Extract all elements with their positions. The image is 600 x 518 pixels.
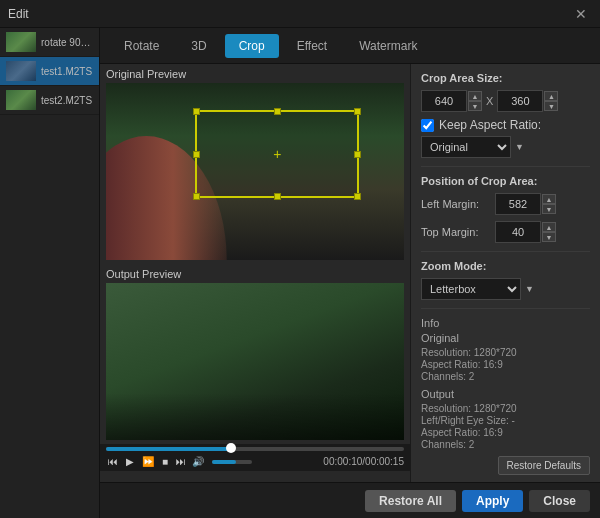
original-resolution: Resolution: 1280*720 (421, 347, 590, 358)
keep-aspect-ratio-row: Keep Aspect Ratio: (421, 118, 590, 132)
output-aspect-ratio: Aspect Ratio: 16:9 (421, 427, 590, 438)
volume-bar[interactable] (212, 460, 252, 464)
progress-bar[interactable] (106, 447, 404, 451)
crop-handle-tr[interactable] (354, 108, 361, 115)
height-down-arrow[interactable]: ▼ (544, 101, 558, 111)
output-resolution: Resolution: 1280*720 (421, 403, 590, 414)
window-title: Edit (8, 7, 29, 21)
aspect-ratio-row: Original ▼ (421, 136, 590, 158)
divider-3 (421, 308, 590, 309)
crop-handle-bl[interactable] (193, 193, 200, 200)
left-margin-spin: ▲ ▼ (542, 194, 556, 214)
left-margin-row: Left Margin: ▲ ▼ (421, 193, 590, 215)
original-preview-label: Original Preview (106, 68, 404, 80)
top-margin-input[interactable] (495, 221, 541, 243)
original-channels: Channels: 2 (421, 371, 590, 382)
top-margin-row: Top Margin: ▲ ▼ (421, 221, 590, 243)
volume-icon: 🔊 (192, 456, 204, 467)
crop-rectangle[interactable] (195, 110, 359, 199)
output-preview-label: Output Preview (106, 268, 404, 280)
top-margin-spin: ▲ ▼ (542, 222, 556, 242)
skip-start-button[interactable]: ⏮ (106, 455, 120, 468)
bottom-bar: Restore All Apply Close (100, 482, 600, 518)
skip-end-button[interactable]: ⏭ (174, 455, 188, 468)
time-display: 00:00:10/00:00:15 (323, 456, 404, 467)
two-pane: Original Preview (100, 64, 600, 482)
tab-effect[interactable]: Effect (283, 34, 341, 58)
stop-button[interactable]: ■ (160, 455, 170, 468)
restore-all-button[interactable]: Restore All (365, 490, 456, 512)
crop-handle-rm[interactable] (354, 151, 361, 158)
progress-thumb[interactable] (226, 443, 236, 453)
left-margin-input-group: ▲ ▼ (495, 193, 556, 215)
tab-bar: Rotate 3D Crop Effect Watermark (100, 28, 600, 64)
sidebar-thumb-1 (6, 61, 36, 81)
sidebar-thumb-2 (6, 90, 36, 110)
sidebar: rotate 90|89... test1.M2TS test2.M2TS (0, 28, 100, 518)
size-separator: X (486, 95, 493, 107)
original-info-title: Original (421, 332, 590, 344)
crop-handle-tl[interactable] (193, 108, 200, 115)
sidebar-label-2: test2.M2TS (41, 95, 92, 106)
left-margin-down-arrow[interactable]: ▼ (542, 204, 556, 214)
title-bar: Edit ✕ (0, 0, 600, 28)
sidebar-item-1[interactable]: test1.M2TS (0, 57, 99, 86)
top-margin-down-arrow[interactable]: ▼ (542, 232, 556, 242)
zoom-mode-row: Letterbox ▼ (421, 278, 590, 300)
left-margin-label: Left Margin: (421, 198, 491, 210)
apply-button[interactable]: Apply (462, 490, 523, 512)
output-bg (106, 283, 404, 440)
width-input[interactable] (421, 90, 467, 112)
divider-1 (421, 166, 590, 167)
crop-area-size-title: Crop Area Size: (421, 72, 590, 84)
play-button[interactable]: ▶ (124, 455, 136, 468)
aspect-ratio-select[interactable]: Original (421, 136, 511, 158)
window-close-button[interactable]: ✕ (570, 4, 592, 24)
width-up-arrow[interactable]: ▲ (468, 91, 482, 101)
preview-pane: Original Preview (100, 64, 410, 482)
sidebar-item-0[interactable]: rotate 90|89... (0, 28, 99, 57)
height-up-arrow[interactable]: ▲ (544, 91, 558, 101)
restore-defaults-container: Restore Defaults (421, 456, 590, 481)
content-area: Rotate 3D Crop Effect Watermark Original… (100, 28, 600, 518)
tree-overlay (106, 393, 404, 440)
original-preview-section: Original Preview (100, 64, 410, 264)
crop-handle-tm[interactable] (274, 108, 281, 115)
tab-3d[interactable]: 3D (177, 34, 220, 58)
original-preview-video (106, 83, 404, 260)
width-down-arrow[interactable]: ▼ (468, 101, 482, 111)
height-input[interactable] (497, 90, 543, 112)
sidebar-item-2[interactable]: test2.M2TS (0, 86, 99, 115)
output-channels: Channels: 2 (421, 439, 590, 450)
width-input-group: ▲ ▼ (421, 90, 482, 112)
volume-fill (212, 460, 236, 464)
left-margin-input[interactable] (495, 193, 541, 215)
main-layout: rotate 90|89... test1.M2TS test2.M2TS Ro… (0, 28, 600, 518)
keep-aspect-ratio-label: Keep Aspect Ratio: (439, 118, 541, 132)
zoom-mode-select[interactable]: Letterbox (421, 278, 521, 300)
close-bottom-button[interactable]: Close (529, 490, 590, 512)
width-spin: ▲ ▼ (468, 91, 482, 111)
top-margin-up-arrow[interactable]: ▲ (542, 222, 556, 232)
crop-size-row: ▲ ▼ X ▲ ▼ (421, 90, 590, 112)
left-margin-up-arrow[interactable]: ▲ (542, 194, 556, 204)
top-margin-label: Top Margin: (421, 226, 491, 238)
crop-handle-bm[interactable] (274, 193, 281, 200)
restore-defaults-button[interactable]: Restore Defaults (498, 456, 590, 475)
crop-handle-br[interactable] (354, 193, 361, 200)
step-forward-button[interactable]: ⏩ (140, 455, 156, 468)
settings-pane: Crop Area Size: ▲ ▼ X ▲ (410, 64, 600, 482)
zoom-mode-title: Zoom Mode: (421, 260, 590, 272)
tab-rotate[interactable]: Rotate (110, 34, 173, 58)
divider-2 (421, 251, 590, 252)
crop-handle-lm[interactable] (193, 151, 200, 158)
sidebar-label-1: test1.M2TS (41, 66, 92, 77)
output-info-title: Output (421, 388, 590, 400)
sidebar-thumb-0 (6, 32, 36, 52)
output-info-section: Output Resolution: 1280*720 Left/Right E… (421, 388, 590, 450)
keep-aspect-ratio-checkbox[interactable] (421, 119, 434, 132)
tab-crop[interactable]: Crop (225, 34, 279, 58)
output-eye-size: Left/Right Eye Size: - (421, 415, 590, 426)
tab-watermark[interactable]: Watermark (345, 34, 431, 58)
position-title: Position of Crop Area: (421, 175, 590, 187)
